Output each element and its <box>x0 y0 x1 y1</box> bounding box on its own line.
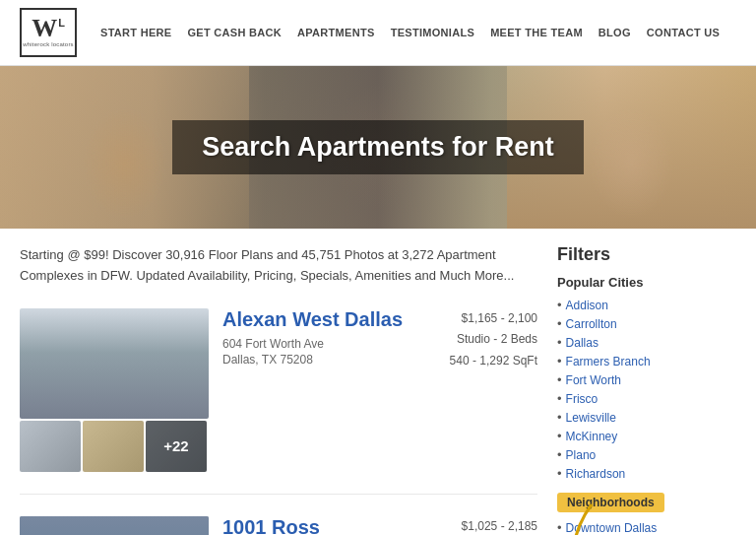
left-column: Starting @ $99! Discover 30,916 Floor Pl… <box>20 244 537 535</box>
listing-1-thumb-3[interactable]: +22 <box>146 421 207 472</box>
listing-1-thumb-2[interactable] <box>83 421 144 472</box>
neighborhoods-section: Neighborhoods •Downtown Dallas •Far Nort… <box>557 485 736 535</box>
list-item: •Farmers Branch <box>557 354 736 368</box>
city-lewisville[interactable]: Lewisville <box>566 411 616 425</box>
logo[interactable]: W L whiterock locators <box>20 8 77 57</box>
list-item: •Downtown Dallas <box>557 520 736 535</box>
filters-title: Filters <box>557 244 736 265</box>
main-nav: START HERE GET CASH BACK APARTMENTS TEST… <box>100 27 720 38</box>
filters-panel: Filters Popular Cities •Addison •Carroll… <box>557 244 736 535</box>
listing-2-info: 1001 Ross 1001 Ross Ave Dallas, TX 75202… <box>222 516 537 535</box>
popular-cities-list: •Addison •Carrollton •Dallas •Farmers Br… <box>557 298 736 481</box>
city-addison[interactable]: Addison <box>566 299 608 312</box>
listing-card-1: +22 Alexan West Dallas 604 Fort Worth Av… <box>20 308 537 495</box>
listing-1-main-image[interactable] <box>20 308 209 419</box>
nav-blog[interactable]: BLOG <box>598 27 631 38</box>
listing-2-name[interactable]: 1001 Ross <box>222 516 320 535</box>
listing-2-pricing: $1,025 - 2,185 1 - 3 Beds 650 - 1,592 Sq… <box>450 516 537 535</box>
list-item: •McKinney <box>557 429 736 443</box>
nav-meet-the-team[interactable]: MEET THE TEAM <box>490 27 583 38</box>
list-item: •Plano <box>557 447 736 462</box>
popular-cities-title: Popular Cities <box>557 275 736 290</box>
city-plano[interactable]: Plano <box>566 448 597 462</box>
listing-1-beds: Studio - 2 Beds <box>450 329 537 351</box>
list-item: •Frisco <box>557 391 736 406</box>
logo-main-letter: W <box>32 16 57 41</box>
city-richardson[interactable]: Richardson <box>566 467 626 481</box>
list-item: •Lewisville <box>557 410 736 425</box>
listing-1-price: $1,165 - 2,100 <box>450 308 537 330</box>
listing-2-images <box>20 516 209 535</box>
hero-title: Search Apartments for Rent <box>202 132 554 163</box>
listing-1-thumb-1[interactable] <box>20 421 81 472</box>
city-mckinney[interactable]: McKinney <box>566 430 618 443</box>
city-fort-worth[interactable]: Fort Worth <box>566 373 621 387</box>
listing-1-photo-count[interactable]: +22 <box>163 437 188 454</box>
neighborhoods-label-badge[interactable]: Neighborhoods <box>557 493 664 512</box>
list-item: •Richardson <box>557 466 736 481</box>
main-content: Starting @ $99! Discover 30,916 Floor Pl… <box>0 229 756 535</box>
nav-get-cash-back[interactable]: GET CASH BACK <box>187 27 282 38</box>
listing-1-info: Alexan West Dallas 604 Fort Worth Ave Da… <box>222 308 537 472</box>
listing-1-city: Dallas, TX 75208 <box>222 353 403 367</box>
hero-banner: Search Apartments for Rent <box>0 66 756 229</box>
nav-apartments[interactable]: APARTMENTS <box>297 27 375 38</box>
city-dallas[interactable]: Dallas <box>566 336 598 350</box>
listing-1-address: 604 Fort Worth Ave <box>222 337 403 351</box>
list-item: •Carrollton <box>557 316 736 331</box>
list-item: •Fort Worth <box>557 372 736 387</box>
listing-1-images: +22 <box>20 308 209 472</box>
listing-1-pricing: $1,165 - 2,100 Studio - 2 Beds 540 - 1,2… <box>450 308 537 372</box>
listing-1-name[interactable]: Alexan West Dallas <box>222 308 403 331</box>
listing-card-2: 1001 Ross 1001 Ross Ave Dallas, TX 75202… <box>20 516 537 535</box>
nav-testimonials[interactable]: TESTIMONIALS <box>391 27 475 38</box>
logo-super-letter: L <box>58 18 65 29</box>
list-item: •Addison <box>557 298 736 312</box>
listing-2-price: $1,025 - 2,185 <box>450 516 537 535</box>
neighborhood-downtown-dallas[interactable]: Downtown Dallas <box>566 521 658 535</box>
nav-contact-us[interactable]: CONTACT US <box>647 27 720 38</box>
listing-1-sqft: 540 - 1,292 SqFt <box>450 351 537 372</box>
listing-1-thumbs: +22 <box>20 421 209 472</box>
hero-title-box: Search Apartments for Rent <box>172 120 584 174</box>
list-item: •Dallas <box>557 335 736 350</box>
logo-tagline: whiterock locators <box>23 41 74 49</box>
neighborhoods-list: •Downtown Dallas •Far North Dallas •Farm… <box>557 520 736 535</box>
intro-text: Starting @ $99! Discover 30,916 Floor Pl… <box>20 244 537 287</box>
city-frisco[interactable]: Frisco <box>566 392 598 406</box>
city-farmers-branch[interactable]: Farmers Branch <box>566 355 651 368</box>
header: W L whiterock locators START HERE GET CA… <box>0 0 756 66</box>
nav-start-here[interactable]: START HERE <box>100 27 171 38</box>
city-carrollton[interactable]: Carrollton <box>566 317 617 331</box>
listing-2-main-image[interactable] <box>20 516 209 535</box>
